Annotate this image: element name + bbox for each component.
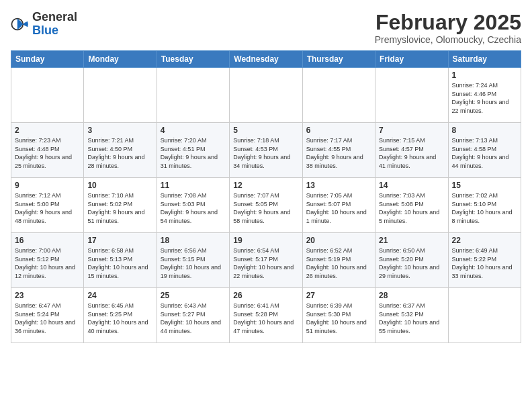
calendar-cell: 13Sunrise: 7:05 AM Sunset: 5:07 PM Dayli… [302,178,375,233]
day-number: 16 [15,236,80,245]
calendar-cell: 10Sunrise: 7:10 AM Sunset: 5:02 PM Dayli… [84,178,157,233]
day-info: Sunrise: 6:52 AM Sunset: 5:19 PM Dayligh… [306,246,371,280]
calendar-cell: 12Sunrise: 7:07 AM Sunset: 5:05 PM Dayli… [230,178,302,233]
calendar-cell: 26Sunrise: 6:41 AM Sunset: 5:28 PM Dayli… [230,288,302,343]
day-number: 14 [379,181,444,190]
calendar-cell: 11Sunrise: 7:08 AM Sunset: 5:03 PM Dayli… [157,178,229,233]
week-row-3: 9Sunrise: 7:12 AM Sunset: 5:00 PM Daylig… [11,178,521,233]
week-row-2: 2Sunrise: 7:23 AM Sunset: 4:48 PM Daylig… [11,123,521,178]
day-info: Sunrise: 7:00 AM Sunset: 5:12 PM Dayligh… [15,246,80,280]
day-number: 9 [15,181,80,190]
day-number: 24 [87,291,152,300]
day-number: 27 [306,291,371,300]
calendar-cell: 27Sunrise: 6:39 AM Sunset: 5:30 PM Dayli… [302,288,375,343]
weekday-header-wednesday: Wednesday [230,51,302,68]
calendar-cell: 14Sunrise: 7:03 AM Sunset: 5:08 PM Dayli… [375,178,448,233]
day-number: 1 [452,71,517,80]
logo-general-text: General [32,10,77,24]
day-number: 10 [87,181,152,190]
calendar-cell: 28Sunrise: 6:37 AM Sunset: 5:32 PM Dayli… [375,288,448,343]
day-info: Sunrise: 7:21 AM Sunset: 4:50 PM Dayligh… [87,136,152,170]
logo-blue-text: Blue [32,24,58,37]
day-number: 7 [379,126,444,135]
day-info: Sunrise: 6:47 AM Sunset: 5:24 PM Dayligh… [15,302,80,335]
day-info: Sunrise: 7:24 AM Sunset: 4:46 PM Dayligh… [452,81,517,115]
day-number: 28 [379,291,444,300]
calendar-cell: 23Sunrise: 6:47 AM Sunset: 5:24 PM Dayli… [11,288,84,343]
day-info: Sunrise: 7:08 AM Sunset: 5:03 PM Dayligh… [161,191,226,225]
calendar-cell [302,68,375,123]
day-info: Sunrise: 7:15 AM Sunset: 4:57 PM Dayligh… [379,136,444,170]
day-number: 5 [233,126,298,135]
day-info: Sunrise: 6:56 AM Sunset: 5:15 PM Dayligh… [161,246,226,280]
calendar-cell: 3Sunrise: 7:21 AM Sunset: 4:50 PM Daylig… [84,123,157,178]
day-number: 4 [161,126,226,135]
day-number: 3 [87,126,152,135]
day-number: 11 [161,181,226,190]
weekday-header-thursday: Thursday [302,51,375,68]
calendar-cell: 1Sunrise: 7:24 AM Sunset: 4:46 PM Daylig… [448,68,521,123]
day-info: Sunrise: 7:17 AM Sunset: 4:55 PM Dayligh… [306,136,371,170]
day-number: 18 [161,236,226,245]
weekday-header-sunday: Sunday [11,51,84,68]
month-year-title: February 2025 [375,11,521,34]
calendar-cell: 2Sunrise: 7:23 AM Sunset: 4:48 PM Daylig… [11,123,84,178]
day-info: Sunrise: 7:10 AM Sunset: 5:02 PM Dayligh… [87,191,152,225]
calendar-cell: 6Sunrise: 7:17 AM Sunset: 4:55 PM Daylig… [302,123,375,178]
calendar-table: SundayMondayTuesdayWednesdayThursdayFrid… [11,50,521,343]
day-number: 15 [452,181,517,190]
day-number: 25 [161,291,226,300]
weekday-header-saturday: Saturday [448,51,521,68]
day-info: Sunrise: 6:45 AM Sunset: 5:25 PM Dayligh… [87,302,152,335]
calendar-cell: 9Sunrise: 7:12 AM Sunset: 5:00 PM Daylig… [11,178,84,233]
logo-icon [11,15,30,34]
calendar-cell: 21Sunrise: 6:50 AM Sunset: 5:20 PM Dayli… [375,233,448,288]
day-info: Sunrise: 7:12 AM Sunset: 5:00 PM Dayligh… [15,191,80,225]
day-info: Sunrise: 7:13 AM Sunset: 4:58 PM Dayligh… [452,136,517,170]
day-number: 13 [306,181,371,190]
calendar-cell [157,68,229,123]
day-number: 17 [87,236,152,245]
day-info: Sunrise: 6:41 AM Sunset: 5:28 PM Dayligh… [233,302,298,335]
day-info: Sunrise: 6:39 AM Sunset: 5:30 PM Dayligh… [306,302,371,335]
calendar-cell [230,68,302,123]
weekday-header-friday: Friday [375,51,448,68]
day-number: 20 [306,236,371,245]
calendar-cell: 8Sunrise: 7:13 AM Sunset: 4:58 PM Daylig… [448,123,521,178]
day-info: Sunrise: 6:43 AM Sunset: 5:27 PM Dayligh… [161,302,226,335]
calendar-cell [375,68,448,123]
title-block: February 2025 Premyslovice, Olomoucky, C… [375,11,521,45]
day-info: Sunrise: 6:50 AM Sunset: 5:20 PM Dayligh… [379,246,444,280]
day-info: Sunrise: 6:58 AM Sunset: 5:13 PM Dayligh… [87,246,152,280]
weekday-header-tuesday: Tuesday [157,51,229,68]
page-header: General Blue February 2025 Premyslovice,… [11,11,521,45]
day-number: 26 [233,291,298,300]
day-number: 6 [306,126,371,135]
day-info: Sunrise: 6:37 AM Sunset: 5:32 PM Dayligh… [379,302,444,335]
calendar-cell: 25Sunrise: 6:43 AM Sunset: 5:27 PM Dayli… [157,288,229,343]
calendar-cell: 15Sunrise: 7:02 AM Sunset: 5:10 PM Dayli… [448,178,521,233]
day-info: Sunrise: 7:03 AM Sunset: 5:08 PM Dayligh… [379,191,444,225]
calendar-cell: 22Sunrise: 6:49 AM Sunset: 5:22 PM Dayli… [448,233,521,288]
day-number: 12 [233,181,298,190]
day-info: Sunrise: 6:49 AM Sunset: 5:22 PM Dayligh… [452,246,517,280]
day-info: Sunrise: 7:18 AM Sunset: 4:53 PM Dayligh… [233,136,298,170]
calendar-cell: 4Sunrise: 7:20 AM Sunset: 4:51 PM Daylig… [157,123,229,178]
weekday-header-monday: Monday [84,51,157,68]
week-row-1: 1Sunrise: 7:24 AM Sunset: 4:46 PM Daylig… [11,68,521,123]
logo: General Blue [11,11,77,38]
day-number: 21 [379,236,444,245]
calendar-cell: 7Sunrise: 7:15 AM Sunset: 4:57 PM Daylig… [375,123,448,178]
day-info: Sunrise: 6:54 AM Sunset: 5:17 PM Dayligh… [233,246,298,280]
location-subtitle: Premyslovice, Olomoucky, Czechia [375,34,521,45]
day-number: 23 [15,291,80,300]
day-number: 22 [452,236,517,245]
day-number: 2 [15,126,80,135]
calendar-cell: 17Sunrise: 6:58 AM Sunset: 5:13 PM Dayli… [84,233,157,288]
day-number: 19 [233,236,298,245]
day-info: Sunrise: 7:20 AM Sunset: 4:51 PM Dayligh… [161,136,226,170]
calendar-cell [448,288,521,343]
day-info: Sunrise: 7:07 AM Sunset: 5:05 PM Dayligh… [233,191,298,225]
day-number: 8 [452,126,517,135]
week-row-5: 23Sunrise: 6:47 AM Sunset: 5:24 PM Dayli… [11,288,521,343]
